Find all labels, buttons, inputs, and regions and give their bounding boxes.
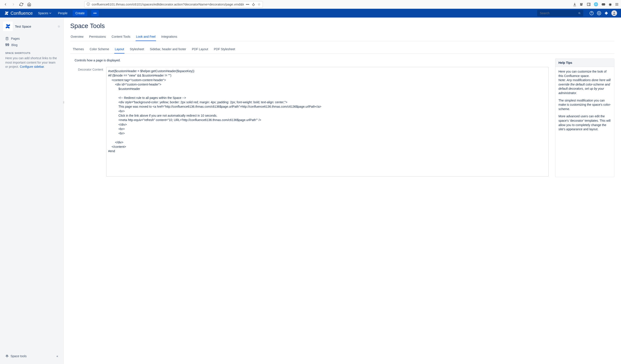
avatar[interactable] bbox=[611, 10, 617, 16]
shortcuts-title: SPACE SHORTCUTS bbox=[5, 52, 58, 54]
space-header: Test Space ☆ bbox=[3, 21, 60, 31]
library-icon[interactable] bbox=[580, 2, 584, 6]
help-p1: Here you can customize the look of this … bbox=[558, 69, 611, 95]
shortcuts-desc: Here you can add shortcut links to the m… bbox=[3, 56, 60, 69]
tab-content-tools[interactable]: Content Tools bbox=[111, 33, 131, 41]
confluence-icon bbox=[5, 23, 11, 30]
gear-icon[interactable] bbox=[597, 11, 601, 15]
help-icon[interactable] bbox=[589, 11, 594, 15]
subtab-themes[interactable]: Themes bbox=[72, 46, 85, 53]
help-p2: The simplest modification you can make i… bbox=[558, 99, 611, 111]
svg-point-15 bbox=[614, 12, 615, 13]
top-nav: Confluence Spaces People Create ••• bbox=[0, 9, 621, 17]
sidebar-item-blog[interactable]: 99 Blog bbox=[3, 42, 60, 48]
browser-chrome: ⓘ confluence6101.thmas.com/c6101/spaces/… bbox=[0, 0, 621, 9]
help-p3: More advanced users can edit the space's… bbox=[558, 114, 611, 131]
subtabs: Themes Color Scheme Layout Stylesheet Si… bbox=[70, 46, 614, 54]
url-text: confluence6101.thmas.com/c6101/spaces/ed… bbox=[92, 2, 244, 6]
tab-integrations[interactable]: Integrations bbox=[161, 33, 178, 41]
nav-people[interactable]: People bbox=[57, 11, 69, 15]
reader-icon[interactable] bbox=[251, 2, 255, 6]
info-icon: ⓘ bbox=[87, 2, 90, 6]
svg-rect-2 bbox=[582, 3, 583, 5]
confluence-icon bbox=[4, 11, 9, 16]
back-button[interactable] bbox=[2, 1, 9, 8]
downloads-icon[interactable] bbox=[573, 2, 577, 6]
svg-point-14 bbox=[599, 13, 600, 14]
svg-point-7 bbox=[604, 4, 604, 5]
subtab-pdf-stylesheet[interactable]: PDF Stylesheet bbox=[213, 46, 235, 53]
svg-rect-3 bbox=[587, 3, 590, 6]
ext1-icon[interactable]: 🌐 bbox=[594, 2, 598, 6]
help-tips-box: Help Tips Here you can customize the loo… bbox=[555, 59, 614, 177]
svg-point-6 bbox=[603, 4, 603, 5]
tab-overview[interactable]: Overview bbox=[70, 33, 84, 41]
sidebar-item-pages[interactable]: Pages bbox=[3, 35, 60, 42]
home-button[interactable] bbox=[26, 1, 33, 8]
sidebar-item-label: Blog bbox=[11, 43, 17, 47]
search-input[interactable] bbox=[540, 11, 578, 15]
space-tools-button[interactable]: Space tools bbox=[5, 354, 27, 358]
svg-rect-0 bbox=[580, 3, 581, 6]
sidebar-item-label: Pages bbox=[11, 37, 20, 40]
more-button[interactable]: ••• bbox=[91, 10, 99, 16]
search-box[interactable] bbox=[537, 10, 583, 17]
tabs: Overview Permissions Content Tools Look … bbox=[70, 33, 614, 41]
space-logo[interactable] bbox=[3, 21, 13, 31]
star-icon[interactable]: ☆ bbox=[258, 2, 260, 6]
subtab-layout[interactable]: Layout bbox=[114, 46, 124, 53]
forward-button[interactable] bbox=[10, 1, 17, 8]
create-button[interactable]: Create bbox=[73, 10, 87, 16]
page-icon bbox=[5, 37, 9, 40]
space-name[interactable]: Test Space bbox=[15, 25, 55, 28]
product-logo[interactable]: Confluence bbox=[4, 11, 33, 16]
svg-rect-5 bbox=[602, 3, 605, 5]
content-area: Space Tools Overview Permissions Content… bbox=[64, 17, 621, 364]
sidebar-footer: Space tools « bbox=[3, 352, 60, 360]
subtab-stylesheet[interactable]: Stylesheet bbox=[129, 46, 144, 53]
notification-icon[interactable] bbox=[604, 11, 608, 15]
subtab-pdf-layout[interactable]: PDF Layout bbox=[191, 46, 209, 53]
page-title: Space Tools bbox=[70, 22, 614, 30]
configure-sidebar-link[interactable]: Configure sidebar bbox=[20, 65, 44, 68]
resize-handle[interactable]: || bbox=[63, 101, 64, 103]
product-name: Confluence bbox=[11, 11, 33, 16]
form-label: Decorator Content bbox=[75, 67, 103, 177]
sidebar-icon[interactable] bbox=[587, 2, 591, 6]
subtab-sidebar-header-footer[interactable]: Sidebar, header and footer bbox=[149, 46, 187, 53]
more-icon[interactable]: ••• bbox=[246, 2, 249, 6]
tab-look-and-feel[interactable]: Look and Feel bbox=[136, 33, 156, 41]
quote-icon: 99 bbox=[5, 43, 9, 47]
description-text: Controls how a page is displayed. bbox=[75, 59, 549, 62]
collapse-icon[interactable]: « bbox=[56, 354, 58, 358]
gear-icon bbox=[5, 354, 9, 358]
url-bar[interactable]: ⓘ confluence6101.thmas.com/c6101/spaces/… bbox=[84, 1, 263, 8]
ext2-icon[interactable] bbox=[601, 2, 606, 6]
ext3-icon[interactable]: ◉ bbox=[609, 2, 612, 6]
favorite-star-icon[interactable]: ☆ bbox=[57, 25, 60, 28]
nav-spaces[interactable]: Spaces bbox=[37, 11, 53, 15]
sidebar: Test Space ☆ Pages 99 Blog SPACE SHORTCU… bbox=[0, 17, 64, 364]
reload-button[interactable] bbox=[18, 1, 25, 8]
chevron-down-icon bbox=[49, 12, 51, 14]
tab-permissions[interactable]: Permissions bbox=[89, 33, 106, 41]
subtab-color-scheme[interactable]: Color Scheme bbox=[89, 46, 110, 53]
svg-point-11 bbox=[579, 12, 580, 14]
menu-icon[interactable] bbox=[615, 2, 619, 6]
search-icon bbox=[578, 11, 581, 15]
help-title: Help Tips bbox=[555, 59, 614, 67]
svg-rect-1 bbox=[581, 3, 582, 6]
svg-line-12 bbox=[580, 14, 580, 14]
decorator-textarea[interactable] bbox=[106, 67, 549, 177]
